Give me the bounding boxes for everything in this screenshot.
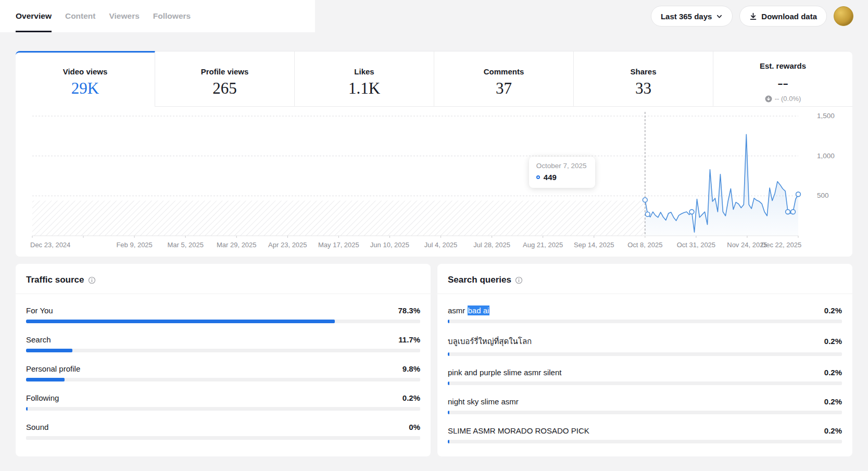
- x-axis-label: Feb 9, 2025: [116, 241, 152, 249]
- list-item-label: Following: [26, 393, 59, 402]
- metric-tab-label: Shares: [574, 67, 713, 76]
- metric-tab-profile-views[interactable]: Profile views265: [155, 51, 295, 106]
- metric-tab-value: 37: [434, 79, 573, 98]
- x-axis-label: Jul 4, 2025: [424, 241, 458, 249]
- metric-tab-label: Video views: [16, 67, 155, 76]
- metric-tab-subvalue: -- (0.0%): [713, 95, 852, 103]
- metric-tab-likes[interactable]: Likes1.1K: [295, 51, 434, 106]
- y-axis-label: 1,000: [817, 152, 835, 160]
- list-item-label: Search: [26, 335, 51, 344]
- x-axis-label: Sep 14, 2025: [574, 241, 614, 249]
- progress-bar-track: [448, 320, 842, 323]
- progress-bar-track: [26, 407, 420, 411]
- metric-tab-value: 33: [574, 79, 713, 98]
- list-item: For You78.3%: [26, 306, 420, 323]
- metric-tab-est-rewards[interactable]: Est. rewards---- (0.0%): [713, 51, 852, 106]
- list-item-label: Personal profile: [26, 364, 80, 373]
- list-item-label[interactable]: night sky slime asmr: [448, 397, 519, 406]
- list-item: SLIME ASMR MORADO ROSADO PICK0.2%: [448, 426, 842, 443]
- progress-bar-fill: [448, 411, 449, 414]
- list-item: Search11.7%: [26, 335, 420, 352]
- metric-tab-label: Profile views: [155, 67, 294, 76]
- list-item-percentage: 11.7%: [398, 335, 420, 344]
- top-actions: Last 365 days Download data: [651, 6, 853, 27]
- metric-tab-label: Likes: [295, 67, 434, 76]
- list-item: Sound0%: [26, 423, 420, 440]
- list-item-top: asmr bad ai0.2%: [448, 306, 842, 315]
- progress-bar-fill: [26, 320, 335, 323]
- metric-tab-label: Comments: [434, 67, 573, 76]
- x-axis-label: Aug 21, 2025: [523, 241, 563, 249]
- metric-tab-label: Est. rewards: [713, 61, 852, 70]
- list-item-percentage: 0.2%: [824, 306, 842, 315]
- metric-tab-sub-text: -- (0.0%): [775, 95, 801, 103]
- top-bar: OverviewContentViewersFollowers Last 365…: [0, 0, 868, 32]
- metric-tab-video-views[interactable]: Video views29K: [16, 51, 155, 107]
- search-queries-panel: Search queries asmr bad ai0.2%บลูเบอร์รี…: [437, 264, 852, 456]
- avatar[interactable]: [834, 6, 853, 26]
- list-item: บลูเบอร์รี่ใหญ่ที่สุดในโลก0.2%: [448, 335, 842, 356]
- progress-bar-track: [26, 436, 420, 440]
- y-axis-label: 1,500: [817, 112, 835, 120]
- list-item-label: Sound: [26, 423, 48, 431]
- progress-bar-fill: [448, 352, 449, 356]
- list-item-top: Sound0%: [26, 423, 420, 431]
- list-item-percentage: 0.2%: [824, 337, 842, 346]
- bottom-panels: Traffic source For You78.3%Search11.7%Pe…: [16, 264, 852, 456]
- x-axis-label: Apr 23, 2025: [268, 241, 307, 249]
- info-icon[interactable]: [88, 276, 96, 284]
- trend-down-icon: [765, 95, 772, 103]
- progress-bar-track: [448, 411, 842, 414]
- progress-bar-track: [26, 378, 420, 381]
- progress-bar-fill: [26, 378, 65, 381]
- list-item-label[interactable]: SLIME ASMR MORADO ROSADO PICK: [448, 426, 589, 435]
- list-item-top: pink and purple slime asmr silent0.2%: [448, 368, 842, 377]
- x-axis-label: Oct 8, 2025: [627, 241, 662, 249]
- list-item-percentage: 78.3%: [398, 306, 420, 315]
- list-item-label[interactable]: บลูเบอร์รี่ใหญ่ที่สุดในโลก: [448, 335, 532, 348]
- progress-bar-fill: [26, 407, 28, 411]
- traffic-source-panel: Traffic source For You78.3%Search11.7%Pe…: [16, 264, 431, 456]
- search-queries-list: asmr bad ai0.2%บลูเบอร์รี่ใหญ่ที่สุดในโล…: [448, 306, 842, 443]
- nav-tab-viewers[interactable]: Viewers: [109, 0, 139, 32]
- data-point-marker-icon: [536, 175, 540, 179]
- list-item-top: Search11.7%: [26, 335, 420, 344]
- metric-tab-comments[interactable]: Comments37: [434, 51, 574, 106]
- list-item-label[interactable]: asmr bad ai: [448, 306, 489, 315]
- query-text: asmr: [448, 306, 468, 315]
- download-icon: [749, 12, 757, 20]
- list-item-label: For You: [26, 306, 53, 315]
- list-item-percentage: 9.8%: [402, 364, 420, 373]
- date-range-selector[interactable]: Last 365 days: [651, 6, 733, 27]
- metric-tab-value: 29K: [16, 79, 155, 98]
- list-item-top: Following0.2%: [26, 393, 420, 402]
- date-range-label: Last 365 days: [661, 12, 712, 21]
- list-item-percentage: 0.2%: [824, 397, 842, 406]
- x-axis-label: May 17, 2025: [318, 241, 359, 249]
- list-item-percentage: 0.2%: [824, 426, 842, 435]
- query-text-selected: bad ai: [468, 305, 490, 315]
- tooltip-date: October 7, 2025: [536, 162, 587, 170]
- list-item: Personal profile9.8%: [26, 364, 420, 381]
- nav-tab-overview[interactable]: Overview: [16, 0, 52, 32]
- progress-bar-track: [448, 440, 842, 443]
- x-axis-label: Oct 31, 2025: [677, 241, 715, 249]
- views-chart[interactable]: October 7, 2025 449 5001,0001,500Dec 23,…: [16, 107, 852, 257]
- nav-tab-followers[interactable]: Followers: [153, 0, 191, 32]
- metric-tab-value: 1.1K: [295, 79, 434, 98]
- analytics-nav-tabs: OverviewContentViewersFollowers: [16, 0, 191, 32]
- info-icon[interactable]: [515, 276, 523, 284]
- list-item: night sky slime asmr0.2%: [448, 397, 842, 414]
- progress-bar-fill: [448, 440, 449, 443]
- chevron-down-icon: [716, 13, 723, 20]
- x-axis-label: Mar 29, 2025: [217, 241, 257, 249]
- list-item-label[interactable]: pink and purple slime asmr silent: [448, 368, 561, 377]
- list-item-percentage: 0%: [409, 423, 420, 431]
- download-data-button[interactable]: Download data: [739, 6, 827, 27]
- metric-tab-shares[interactable]: Shares33: [574, 51, 713, 106]
- nav-tab-content[interactable]: Content: [65, 0, 96, 32]
- list-item-top: SLIME ASMR MORADO ROSADO PICK0.2%: [448, 426, 842, 435]
- traffic-source-title: Traffic source: [26, 275, 84, 285]
- list-item: pink and purple slime asmr silent0.2%: [448, 368, 842, 385]
- list-item-top: Personal profile9.8%: [26, 364, 420, 373]
